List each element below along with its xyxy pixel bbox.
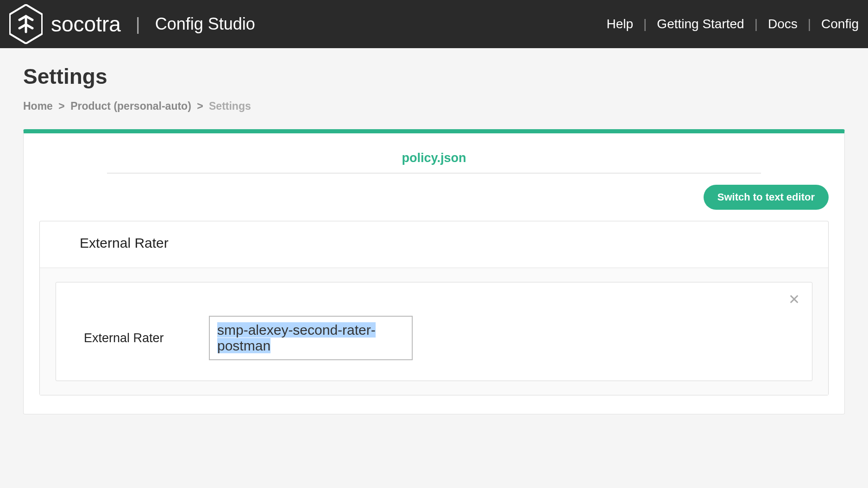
external-rater-section: External Rater ✕ External Rater smp-alex… (39, 221, 829, 395)
page-title: Settings (23, 64, 845, 89)
tab-policy-json[interactable]: policy.json (402, 146, 466, 170)
section-title: External Rater (40, 221, 828, 268)
breadcrumb-current: Settings (209, 100, 251, 112)
breadcrumb-home[interactable]: Home (23, 100, 53, 112)
section-body: ✕ External Rater smp-alexey-second-rater… (40, 268, 828, 395)
page-content: Settings Home > Product (personal-auto) … (0, 48, 868, 442)
field-row: External Rater smp-alexey-second-rater-p… (84, 316, 792, 360)
switch-to-text-editor-button[interactable]: Switch to text editor (704, 185, 829, 210)
app-header: socotra | Config Studio Help | Getting S… (0, 0, 868, 48)
breadcrumb-separator: > (197, 100, 203, 112)
action-row: Switch to text editor (24, 185, 844, 221)
nav-separator: | (808, 17, 811, 31)
settings-card: policy.json Switch to text editor Extern… (23, 129, 845, 414)
tab-row: policy.json (24, 146, 844, 170)
header-separator: | (136, 14, 140, 34)
header-nav: Help | Getting Started | Docs | Config (606, 17, 859, 31)
nav-config[interactable]: Config (821, 17, 859, 31)
tab-underline (107, 173, 761, 174)
nav-docs[interactable]: Docs (768, 17, 798, 31)
field-card: ✕ External Rater smp-alexey-second-rater… (56, 282, 812, 381)
nav-help[interactable]: Help (606, 17, 633, 31)
app-name: Config Studio (155, 14, 255, 34)
breadcrumb-separator: > (58, 100, 64, 112)
breadcrumb: Home > Product (personal-auto) > Setting… (23, 100, 845, 113)
close-icon[interactable]: ✕ (788, 293, 800, 307)
nav-getting-started[interactable]: Getting Started (657, 17, 744, 31)
nav-separator: | (643, 17, 647, 31)
socotra-logo-icon (9, 4, 43, 44)
external-rater-input[interactable]: smp-alexey-second-rater-postman (209, 316, 413, 360)
external-rater-label: External Rater (84, 331, 176, 345)
breadcrumb-product[interactable]: Product (personal-auto) (70, 100, 191, 112)
brand-text: socotra (51, 12, 121, 37)
logo-wrap: socotra (9, 4, 121, 44)
nav-separator: | (755, 17, 758, 31)
